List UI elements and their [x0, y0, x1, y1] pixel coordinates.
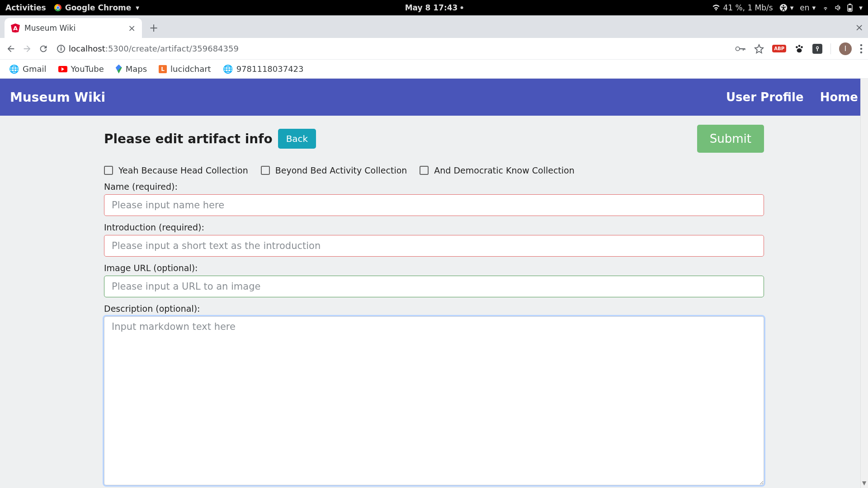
adblock-extension-icon[interactable]: ABP	[772, 45, 786, 52]
forward-button[interactable]	[22, 44, 33, 54]
vertical-scrollbar[interactable]: ▼	[860, 79, 868, 488]
arrow-right-icon	[22, 44, 32, 54]
introduction-input[interactable]	[104, 235, 764, 257]
clock[interactable]: May 8 17:43	[405, 3, 463, 12]
bookmark-star-icon[interactable]	[754, 44, 764, 54]
collection-checkbox-1[interactable]	[261, 166, 270, 175]
bookmarks-bar: 🌐 Gmail YouTube Maps L lucidchart 🌐 9781…	[0, 60, 868, 79]
svg-rect-3	[849, 4, 851, 5]
svg-point-5	[736, 47, 740, 50]
battery-label: 41 %, 1 Mb/s	[723, 3, 773, 12]
wifi-small-icon	[822, 5, 829, 10]
scroll-down-icon[interactable]: ▼	[862, 480, 866, 486]
page-title: Please edit artifact info	[104, 131, 273, 146]
bookmark-label: Maps	[126, 64, 147, 74]
address-bar[interactable]: i localhost:5300/create/artifact/3596843…	[54, 44, 724, 53]
site-info-icon[interactable]: i	[57, 45, 65, 53]
svg-rect-14	[817, 48, 818, 51]
image-url-label: Image URL (optional):	[104, 263, 764, 273]
back-button[interactable]	[5, 44, 16, 54]
bookmark-label: 9781118037423	[236, 64, 304, 74]
network-status[interactable]: 41 %, 1 Mb/s	[712, 3, 773, 12]
page-viewport: Museum Wiki User Profile Home Please edi…	[0, 79, 868, 488]
bookmark-label: Gmail	[23, 64, 47, 74]
lucidchart-icon: L	[159, 65, 167, 73]
close-tab-icon[interactable]: ×	[128, 23, 136, 33]
browser-toolbar: i localhost:5300/create/artifact/3596843…	[0, 38, 868, 60]
bookmark-isbn[interactable]: 🌐 9781118037423	[223, 64, 304, 74]
bookmark-label: YouTube	[71, 64, 104, 74]
form-page: Please edit artifact info Back Submit Ye…	[0, 116, 868, 488]
youtube-icon	[58, 66, 67, 72]
activities-button[interactable]: Activities	[5, 3, 46, 12]
language-label: en	[800, 3, 809, 12]
system-menu[interactable]: ▼	[822, 4, 863, 12]
toolbar-right: ABP I	[735, 42, 863, 55]
svg-point-1	[783, 5, 784, 6]
clock-label: May 8 17:43	[405, 3, 458, 12]
chevron-down-icon: ▼	[790, 5, 794, 10]
password-key-icon[interactable]	[735, 46, 746, 52]
bookmark-maps[interactable]: Maps	[116, 64, 147, 74]
bookmark-gmail[interactable]: 🌐 Gmail	[9, 64, 47, 74]
accessibility-menu[interactable]: ▼	[779, 4, 794, 12]
new-tab-button[interactable]: +	[146, 20, 162, 36]
svg-rect-7	[743, 48, 744, 50]
chrome-icon	[54, 4, 61, 11]
svg-point-16	[860, 47, 863, 50]
svg-rect-4	[849, 8, 852, 11]
bookmark-youtube[interactable]: YouTube	[58, 64, 104, 74]
svg-point-13	[816, 47, 819, 49]
tab-strip: A Museum Wiki × + ×	[0, 15, 868, 38]
kebab-menu-icon[interactable]	[860, 44, 863, 54]
collection-checkbox-0[interactable]	[104, 166, 113, 175]
collection-label-1: Beyond Bed Activity Collection	[275, 165, 407, 175]
browser-tab[interactable]: A Museum Wiki ×	[5, 18, 142, 38]
notification-dot-icon	[460, 6, 463, 9]
svg-rect-6	[739, 48, 745, 49]
collection-label-2: And Democratic Know Collection	[434, 165, 574, 175]
description-textarea[interactable]	[104, 316, 764, 485]
description-label: Description (optional):	[104, 304, 764, 314]
url-path: :5300/create/artifact/359684359	[105, 44, 239, 53]
collection-checkbox-2[interactable]	[420, 166, 429, 175]
bookmark-label: lucidchart	[170, 64, 211, 74]
close-window-icon[interactable]: ×	[855, 22, 863, 33]
svg-point-15	[860, 44, 863, 46]
accessibility-icon	[779, 4, 788, 12]
submit-button[interactable]: Submit	[697, 125, 764, 153]
globe-icon: 🌐	[9, 64, 19, 74]
deepl-extension-icon[interactable]	[812, 44, 822, 54]
language-menu[interactable]: en ▼	[800, 3, 816, 12]
nav-home[interactable]: Home	[820, 90, 858, 104]
separator	[830, 43, 831, 54]
app-header: Museum Wiki User Profile Home	[0, 79, 868, 116]
name-label: Name (required):	[104, 182, 764, 192]
url-text: localhost:5300/create/artifact/359684359	[69, 44, 239, 53]
image-url-input[interactable]	[104, 276, 764, 297]
os-top-bar: Activities Google Chrome ▼ May 8 17:43 4…	[0, 0, 868, 15]
current-app-indicator[interactable]: Google Chrome ▼	[54, 3, 139, 12]
wifi-icon	[712, 5, 720, 11]
introduction-label: Introduction (required):	[104, 222, 764, 232]
chevron-down-icon: ▼	[136, 5, 139, 10]
globe-icon: 🌐	[223, 64, 233, 74]
app-brand[interactable]: Museum Wiki	[10, 90, 105, 105]
name-input[interactable]	[104, 194, 764, 216]
paw-extension-icon[interactable]	[794, 44, 804, 54]
bookmark-lucidchart[interactable]: L lucidchart	[159, 64, 211, 74]
current-app-label: Google Chrome	[65, 3, 132, 12]
profile-avatar[interactable]: I	[839, 42, 852, 55]
collections-row: Yeah Because Head Collection Beyond Bed …	[104, 165, 764, 175]
svg-rect-8	[745, 48, 745, 50]
reload-button[interactable]	[38, 44, 49, 54]
maps-icon	[116, 65, 122, 74]
svg-point-10	[798, 45, 801, 47]
collection-label-0: Yeah Because Head Collection	[118, 165, 248, 175]
svg-point-17	[860, 51, 863, 53]
back-button[interactable]: Back	[278, 129, 316, 149]
nav-user-profile[interactable]: User Profile	[726, 90, 804, 104]
reload-icon	[38, 44, 48, 54]
heading-row: Please edit artifact info Back Submit	[104, 125, 764, 153]
chevron-down-icon: ▼	[812, 5, 816, 10]
